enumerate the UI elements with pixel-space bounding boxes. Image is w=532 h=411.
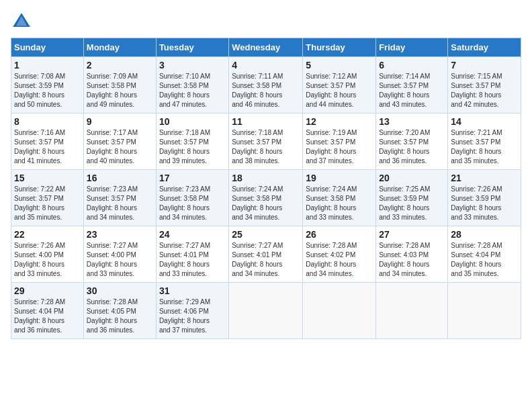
day-cell: 9Sunrise: 7:17 AM Sunset: 3:57 PM Daylig… [83,113,156,170]
day-number: 24 [159,229,226,240]
day-cell: 13Sunrise: 7:20 AM Sunset: 3:57 PM Dayli… [376,113,448,170]
day-number: 16 [87,173,153,183]
day-info: Sunrise: 7:18 AM Sunset: 3:57 PM Dayligh… [159,128,226,166]
day-info: Sunrise: 7:14 AM Sunset: 3:57 PM Dayligh… [379,72,445,109]
day-info: Sunrise: 7:28 AM Sunset: 4:05 PM Dayligh… [87,298,153,335]
calendar-table: SundayMondayTuesdayWednesdayThursdayFrid… [11,38,521,339]
day-info: Sunrise: 7:22 AM Sunset: 3:57 PM Dayligh… [14,185,81,222]
day-number: 26 [306,229,373,240]
day-cell: 10Sunrise: 7:18 AM Sunset: 3:57 PM Dayli… [156,113,228,170]
day-info: Sunrise: 7:12 AM Sunset: 3:57 PM Dayligh… [306,72,373,109]
day-info: Sunrise: 7:28 AM Sunset: 4:03 PM Dayligh… [379,241,445,279]
calendar-header: SundayMondayTuesdayWednesdayThursdayFrid… [11,38,521,57]
day-number: 7 [451,60,518,71]
day-header-sunday: Sunday [11,38,84,57]
day-number: 18 [232,173,300,183]
page-header [11,11,521,32]
day-info: Sunrise: 7:18 AM Sunset: 3:57 PM Dayligh… [232,128,300,166]
day-cell [229,283,303,339]
day-number: 20 [379,173,445,183]
day-number: 17 [159,173,226,183]
week-row-5: 29Sunrise: 7:28 AM Sunset: 4:04 PM Dayli… [11,283,521,339]
day-cell: 28Sunrise: 7:28 AM Sunset: 4:04 PM Dayli… [448,226,521,283]
day-info: Sunrise: 7:23 AM Sunset: 3:57 PM Dayligh… [87,185,153,222]
day-cell: 30Sunrise: 7:28 AM Sunset: 4:05 PM Dayli… [83,283,156,339]
day-cell [303,283,376,339]
day-number: 2 [87,60,153,71]
day-number: 11 [232,116,300,127]
calendar-body: 1Sunrise: 7:08 AM Sunset: 3:59 PM Daylig… [11,57,521,339]
day-number: 15 [14,173,81,183]
day-info: Sunrise: 7:28 AM Sunset: 4:04 PM Dayligh… [14,298,81,335]
day-cell: 12Sunrise: 7:19 AM Sunset: 3:57 PM Dayli… [303,113,376,170]
day-cell: 25Sunrise: 7:27 AM Sunset: 4:01 PM Dayli… [229,226,303,283]
day-cell: 31Sunrise: 7:29 AM Sunset: 4:06 PM Dayli… [156,283,228,339]
day-cell [448,283,521,339]
day-info: Sunrise: 7:15 AM Sunset: 3:57 PM Dayligh… [451,72,518,109]
day-cell: 4Sunrise: 7:11 AM Sunset: 3:58 PM Daylig… [229,57,303,113]
day-info: Sunrise: 7:24 AM Sunset: 3:58 PM Dayligh… [306,185,373,222]
day-info: Sunrise: 7:19 AM Sunset: 3:57 PM Dayligh… [306,128,373,166]
day-number: 6 [379,60,445,71]
day-cell: 5Sunrise: 7:12 AM Sunset: 3:57 PM Daylig… [303,57,376,113]
week-row-4: 22Sunrise: 7:26 AM Sunset: 4:00 PM Dayli… [11,226,521,283]
day-cell: 6Sunrise: 7:14 AM Sunset: 3:57 PM Daylig… [376,57,448,113]
day-number: 23 [87,229,153,240]
day-cell: 21Sunrise: 7:26 AM Sunset: 3:59 PM Dayli… [448,170,521,226]
day-cell: 27Sunrise: 7:28 AM Sunset: 4:03 PM Dayli… [376,226,448,283]
day-info: Sunrise: 7:27 AM Sunset: 4:01 PM Dayligh… [159,241,226,279]
day-info: Sunrise: 7:25 AM Sunset: 3:59 PM Dayligh… [379,185,445,222]
day-cell: 8Sunrise: 7:16 AM Sunset: 3:57 PM Daylig… [11,113,84,170]
day-cell: 23Sunrise: 7:27 AM Sunset: 4:00 PM Dayli… [83,226,156,283]
day-number: 31 [159,285,226,296]
day-info: Sunrise: 7:28 AM Sunset: 4:04 PM Dayligh… [451,241,518,279]
day-cell: 29Sunrise: 7:28 AM Sunset: 4:04 PM Dayli… [11,283,84,339]
day-info: Sunrise: 7:10 AM Sunset: 3:58 PM Dayligh… [159,72,226,109]
day-cell: 3Sunrise: 7:10 AM Sunset: 3:58 PM Daylig… [156,57,228,113]
day-cell: 19Sunrise: 7:24 AM Sunset: 3:58 PM Dayli… [303,170,376,226]
day-number: 1 [14,60,81,71]
day-number: 29 [14,285,81,296]
day-info: Sunrise: 7:24 AM Sunset: 3:58 PM Dayligh… [232,185,300,222]
day-cell: 16Sunrise: 7:23 AM Sunset: 3:57 PM Dayli… [83,170,156,226]
day-info: Sunrise: 7:11 AM Sunset: 3:58 PM Dayligh… [232,72,300,109]
day-number: 30 [87,285,153,296]
week-row-1: 1Sunrise: 7:08 AM Sunset: 3:59 PM Daylig… [11,57,521,113]
week-row-2: 8Sunrise: 7:16 AM Sunset: 3:57 PM Daylig… [11,113,521,170]
day-number: 13 [379,116,445,127]
day-cell: 20Sunrise: 7:25 AM Sunset: 3:59 PM Dayli… [376,170,448,226]
day-header-thursday: Thursday [303,38,376,57]
day-number: 5 [306,60,373,71]
day-number: 28 [451,229,518,240]
day-info: Sunrise: 7:21 AM Sunset: 3:57 PM Dayligh… [451,128,518,166]
day-cell: 18Sunrise: 7:24 AM Sunset: 3:58 PM Dayli… [229,170,303,226]
day-header-wednesday: Wednesday [229,38,303,57]
day-number: 10 [159,116,226,127]
day-cell: 2Sunrise: 7:09 AM Sunset: 3:58 PM Daylig… [83,57,156,113]
day-header-saturday: Saturday [448,38,521,57]
day-info: Sunrise: 7:20 AM Sunset: 3:57 PM Dayligh… [379,128,445,166]
day-number: 25 [232,229,300,240]
day-cell: 1Sunrise: 7:08 AM Sunset: 3:59 PM Daylig… [11,57,84,113]
day-cell: 11Sunrise: 7:18 AM Sunset: 3:57 PM Dayli… [229,113,303,170]
day-cell: 17Sunrise: 7:23 AM Sunset: 3:58 PM Dayli… [156,170,228,226]
day-number: 4 [232,60,300,71]
day-info: Sunrise: 7:26 AM Sunset: 3:59 PM Dayligh… [451,185,518,222]
day-number: 3 [159,60,226,71]
day-info: Sunrise: 7:27 AM Sunset: 4:01 PM Dayligh… [232,241,300,279]
day-info: Sunrise: 7:17 AM Sunset: 3:57 PM Dayligh… [87,128,153,166]
day-info: Sunrise: 7:29 AM Sunset: 4:06 PM Dayligh… [159,298,226,335]
day-cell [376,283,448,339]
day-cell: 7Sunrise: 7:15 AM Sunset: 3:57 PM Daylig… [448,57,521,113]
day-info: Sunrise: 7:08 AM Sunset: 3:59 PM Dayligh… [14,72,81,109]
day-cell: 24Sunrise: 7:27 AM Sunset: 4:01 PM Dayli… [156,226,228,283]
day-info: Sunrise: 7:27 AM Sunset: 4:00 PM Dayligh… [87,241,153,279]
day-info: Sunrise: 7:26 AM Sunset: 4:00 PM Dayligh… [14,241,81,279]
day-number: 14 [451,116,518,127]
day-info: Sunrise: 7:16 AM Sunset: 3:57 PM Dayligh… [14,128,81,166]
logo [11,11,35,32]
day-header-tuesday: Tuesday [156,38,228,57]
day-number: 21 [451,173,518,183]
day-cell: 26Sunrise: 7:28 AM Sunset: 4:02 PM Dayli… [303,226,376,283]
day-cell: 14Sunrise: 7:21 AM Sunset: 3:57 PM Dayli… [448,113,521,170]
